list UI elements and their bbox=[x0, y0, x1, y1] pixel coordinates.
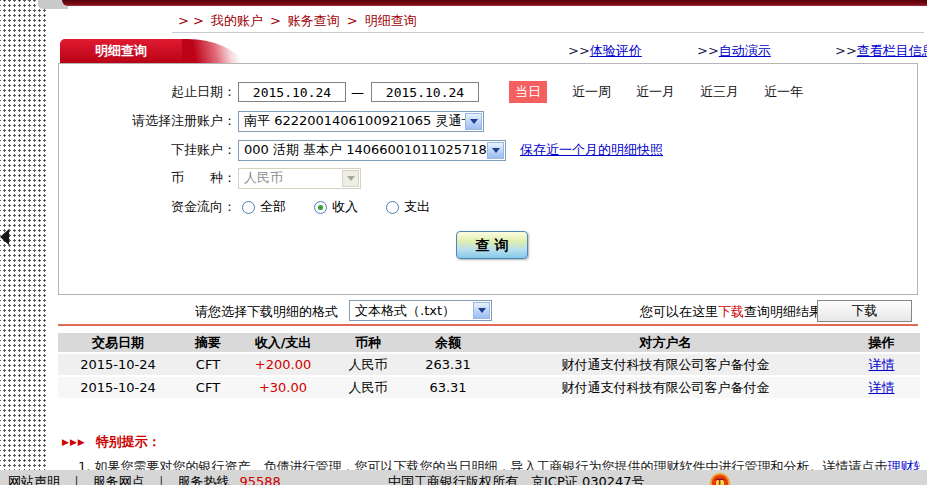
date-range-label: 起止日期： bbox=[59, 83, 236, 101]
flow-income-radio[interactable] bbox=[314, 201, 327, 214]
chevron-down-icon[interactable] bbox=[465, 113, 482, 130]
breadcrumb-item-detail-query[interactable]: 明细查询 bbox=[365, 13, 417, 28]
link-prefix: >> bbox=[697, 43, 719, 58]
table-header-row: 交易日期 摘要 收入/支出 币种 余额 对方户名 操作 bbox=[58, 333, 920, 352]
icbc-logo-icon: 工 bbox=[710, 473, 730, 485]
currency-select-disabled: 人民币 bbox=[238, 168, 361, 189]
query-button[interactable]: 查 询 bbox=[456, 231, 528, 259]
date-from-input[interactable] bbox=[238, 82, 346, 102]
col-header-date: 交易日期 bbox=[58, 333, 178, 352]
sub-account-label: 下挂账户： bbox=[59, 141, 236, 159]
table-row: 2015-10-24 CFT +30.00 人民币 63.31 财付通支付科技有… bbox=[58, 377, 920, 398]
cell-date: 2015-10-24 bbox=[58, 354, 178, 375]
breadcrumb-divider bbox=[172, 32, 924, 33]
flow-income-label[interactable]: 收入 bbox=[332, 198, 358, 216]
notice-arrows-icon: ▶▶▶ bbox=[62, 437, 86, 447]
chevron-down-icon[interactable] bbox=[473, 302, 490, 319]
download-format-select[interactable]: 文本格式（.txt） bbox=[349, 300, 492, 321]
cell-balance: 63.31 bbox=[408, 377, 488, 398]
column-info-link[interactable]: 查看栏目信息 bbox=[857, 43, 927, 58]
hint-prefix: 您可以在这里 bbox=[640, 304, 718, 319]
fund-flow-row: 资金流向： 全部 收入 支出 bbox=[59, 195, 430, 219]
cell-amount: +200.00 bbox=[238, 354, 328, 375]
chevron-down-icon[interactable] bbox=[487, 142, 504, 159]
fund-flow-label: 资金流向： bbox=[59, 198, 236, 216]
currency-value: 人民币 bbox=[244, 169, 283, 187]
auto-demo-link[interactable]: 自动演示 bbox=[719, 43, 771, 58]
red-divider bbox=[58, 324, 918, 326]
breadcrumb-prefix: > > bbox=[178, 13, 204, 28]
table-row: 2015-10-24 CFT +200.00 人民币 263.31 财付通支付科… bbox=[58, 354, 920, 375]
download-hint: 您可以在这里下载查询明细结果 bbox=[640, 303, 822, 321]
flow-all-radio[interactable] bbox=[242, 201, 255, 214]
hint-suffix: 查询明细结果 bbox=[744, 304, 822, 319]
breadcrumb: > >我的账户>账务查询>明细查询 bbox=[178, 12, 424, 30]
site-statement-link[interactable]: 网站声明 bbox=[8, 474, 60, 485]
flow-all-label[interactable]: 全部 bbox=[260, 198, 286, 216]
cell-summary: CFT bbox=[178, 377, 238, 398]
experience-rating-link[interactable]: 体验评价 bbox=[590, 43, 642, 58]
cell-balance: 263.31 bbox=[408, 354, 488, 375]
col-header-summary: 摘要 bbox=[178, 333, 238, 352]
breadcrumb-item-account-query[interactable]: 账务查询 bbox=[288, 13, 340, 28]
register-account-value: 南平 6222001406100921065 灵通卡 bbox=[244, 112, 474, 130]
quick-range-week-button[interactable]: 近一周 bbox=[572, 83, 611, 101]
date-to-input[interactable] bbox=[371, 82, 479, 102]
download-format-label: 请您选择下载明细的格式 bbox=[195, 303, 338, 321]
cell-date: 2015-10-24 bbox=[58, 377, 178, 398]
cell-currency: 人民币 bbox=[328, 377, 408, 398]
quick-range-quarter-button[interactable]: 近三月 bbox=[700, 83, 739, 101]
date-range-row: 起止日期： — 当日 近一周 近一月 近三月 近一年 bbox=[59, 80, 803, 104]
sub-account-value: 000 活期 基本户 1406600101102571848 bbox=[244, 141, 503, 159]
col-header-balance: 余额 bbox=[408, 333, 488, 352]
date-range-dash: — bbox=[351, 85, 364, 100]
download-button[interactable]: 下载 bbox=[817, 300, 912, 322]
footer: 网站声明｜服务网点｜服务热线95588 中国工商银行版权所有 京ICP证 030… bbox=[0, 470, 927, 485]
query-form-panel: 起止日期： — 当日 近一周 近一月 近三月 近一年 请选择注册账户： 南平 6… bbox=[58, 63, 918, 295]
register-account-row: 请选择注册账户： 南平 6222001406100921065 灵通卡 bbox=[59, 109, 484, 133]
currency-row: 币 种： 人民币 bbox=[59, 166, 361, 190]
link-prefix: >> bbox=[835, 43, 857, 58]
detail-link[interactable]: 详情 bbox=[869, 357, 895, 372]
download-format-value: 文本格式（.txt） bbox=[355, 302, 455, 320]
sub-account-select[interactable]: 000 活期 基本户 1406600101102571848 bbox=[238, 140, 506, 161]
header-link-experience[interactable]: >>体验评价 bbox=[568, 42, 642, 60]
col-header-counterparty: 对方户名 bbox=[488, 333, 843, 352]
breadcrumb-separator: > bbox=[270, 13, 281, 28]
service-branch-link[interactable]: 服务网点 bbox=[93, 474, 145, 485]
hotline-label: 服务热线 bbox=[177, 474, 229, 485]
sub-account-row: 下挂账户： 000 活期 基本户 1406600101102571848 保存近… bbox=[59, 138, 663, 162]
hotline-number: 95588 bbox=[239, 474, 280, 485]
col-header-currency: 币种 bbox=[328, 333, 408, 352]
collapse-arrow-icon[interactable] bbox=[0, 229, 9, 245]
download-row: 请您选择下载明细的格式 文本格式（.txt） 您可以在这里下载查询明细结果 下载 bbox=[58, 300, 918, 324]
link-prefix: >> bbox=[568, 43, 590, 58]
detail-link[interactable]: 详情 bbox=[869, 380, 895, 395]
header-link-column-info[interactable]: >>查看栏目信息 bbox=[835, 42, 927, 60]
cell-counterparty: 财付通支付科技有限公司客户备付金 bbox=[488, 354, 843, 375]
flow-expense-radio[interactable] bbox=[386, 201, 399, 214]
header-link-demo[interactable]: >>自动演示 bbox=[697, 42, 771, 60]
tab-swoosh-decoration bbox=[172, 39, 243, 63]
register-account-select[interactable]: 南平 6222001406100921065 灵通卡 bbox=[238, 111, 484, 132]
breadcrumb-separator: > bbox=[347, 13, 358, 28]
col-header-action: 操作 bbox=[843, 333, 920, 352]
chevron-down-icon bbox=[342, 170, 359, 187]
cell-counterparty: 财付通支付科技有限公司客户备付金 bbox=[488, 377, 843, 398]
tab-detail-query[interactable]: 明细查询 bbox=[60, 39, 182, 63]
tab-label: 明细查询 bbox=[95, 43, 147, 58]
breadcrumb-item-my-account[interactable]: 我的账户 bbox=[211, 13, 263, 28]
transaction-table: 交易日期 摘要 收入/支出 币种 余额 对方户名 操作 2015-10-24 C… bbox=[58, 331, 920, 400]
quick-range-year-button[interactable]: 近一年 bbox=[764, 83, 803, 101]
quick-range-month-button[interactable]: 近一月 bbox=[636, 83, 675, 101]
col-header-amount: 收入/支出 bbox=[238, 333, 328, 352]
quick-range-today-button[interactable]: 当日 bbox=[509, 81, 547, 103]
cell-currency: 人民币 bbox=[328, 354, 408, 375]
hint-download-word: 下载 bbox=[718, 304, 744, 319]
cell-summary: CFT bbox=[178, 354, 238, 375]
notice-title: 特别提示： bbox=[96, 433, 161, 451]
footer-links: 网站声明｜服务网点｜服务热线95588 bbox=[8, 473, 291, 485]
snapshot-link[interactable]: 保存近一个月的明细快照 bbox=[520, 141, 663, 159]
register-account-label: 请选择注册账户： bbox=[59, 112, 236, 130]
flow-expense-label[interactable]: 支出 bbox=[404, 198, 430, 216]
